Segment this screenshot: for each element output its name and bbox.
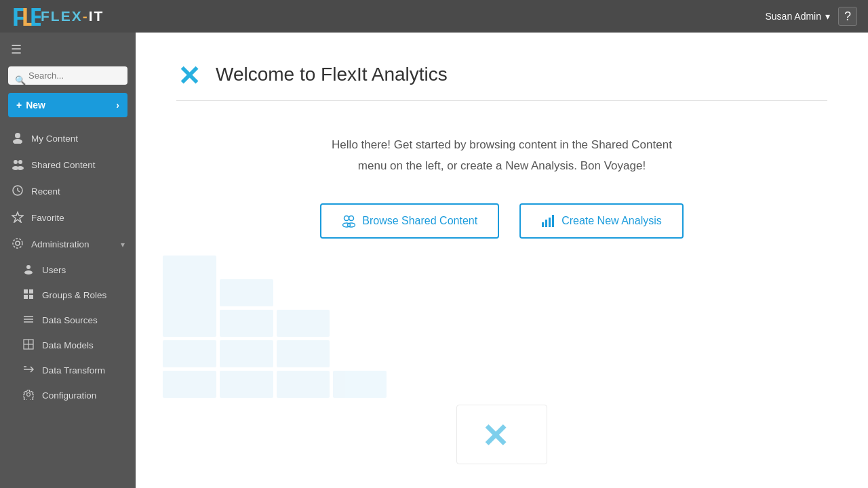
svg-point-5 — [14, 160, 18, 164]
create-new-analysis-button[interactable]: Create New Analysis — [519, 203, 684, 239]
create-new-analysis-label: Create New Analysis — [561, 215, 662, 227]
svg-rect-20 — [29, 295, 33, 299]
svg-point-31 — [344, 216, 349, 221]
my-content-icon — [11, 131, 24, 146]
svg-rect-17 — [24, 289, 28, 293]
svg-point-15 — [26, 265, 31, 269]
sidebar-item-data-models[interactable]: Data Models — [0, 333, 136, 358]
browse-shared-content-button[interactable]: Browse Shared Content — [320, 203, 499, 239]
favorite-icon — [11, 211, 24, 225]
data-transform-icon — [22, 364, 35, 377]
svg-point-4 — [13, 139, 22, 144]
sidebar-item-shared-content-label: Shared Content — [31, 160, 125, 170]
svg-line-11 — [18, 190, 20, 192]
center-logo-container: ✕ — [136, 405, 868, 464]
svg-point-14 — [13, 239, 22, 248]
data-models-icon — [22, 339, 35, 352]
sidebar-item-users[interactable]: Users — [0, 258, 136, 283]
browse-icon — [342, 214, 355, 228]
create-icon — [541, 214, 555, 228]
new-button-plus-icon: + — [16, 100, 22, 110]
svg-rect-38 — [552, 215, 554, 227]
user-name: Susan Admin — [766, 11, 822, 22]
groups-roles-icon — [22, 289, 35, 302]
svg-rect-18 — [29, 289, 33, 293]
svg-text:✕: ✕ — [178, 61, 201, 89]
sidebar-item-configuration-label: Configuration — [42, 390, 125, 401]
sidebar-item-configuration[interactable]: Configuration — [0, 383, 136, 408]
configuration-icon — [22, 389, 35, 402]
sidebar-item-data-sources-label: Data Sources — [42, 315, 125, 325]
user-menu[interactable]: Susan Admin ▾ — [766, 11, 831, 22]
welcome-line2: menu on the left, or create a New Analys… — [176, 156, 827, 177]
sidebar-item-administration[interactable]: Administration ▾ — [0, 231, 136, 258]
sidebar-item-users-label: Users — [42, 265, 125, 275]
svg-point-16 — [24, 270, 33, 274]
welcome-line1: Hello there! Get started by browsing con… — [176, 135, 827, 156]
watermark-area — [136, 279, 868, 398]
svg-point-3 — [15, 133, 20, 138]
sidebar-item-recent-label: Recent — [31, 186, 125, 197]
content-area: ✕ Welcome to FlexIt Analytics Hello ther… — [136, 33, 868, 488]
svg-point-6 — [18, 160, 22, 164]
svg-rect-37 — [549, 218, 551, 227]
search-container: 🔍 — [0, 66, 136, 93]
sidebar-item-my-content[interactable]: My Content — [0, 125, 136, 152]
sidebar-item-favorite[interactable]: Favorite — [0, 205, 136, 231]
welcome-title: ✕ Welcome to FlexIt Analytics — [176, 60, 827, 101]
administration-icon — [11, 237, 24, 251]
sidebar-item-data-transform-label: Data Transform — [42, 365, 125, 375]
welcome-logo-icon: ✕ — [176, 60, 206, 89]
sidebar: ☰ 🔍 + New › My Content Shared Content — [0, 33, 136, 488]
svg-marker-12 — [12, 212, 23, 222]
svg-point-34 — [348, 223, 355, 227]
browse-shared-content-label: Browse Shared Content — [362, 215, 477, 227]
center-logo-box: ✕ — [456, 405, 547, 464]
user-dropdown-icon: ▾ — [825, 11, 830, 22]
watermark-grid — [163, 279, 841, 398]
topbar-right: Susan Admin ▾ ? — [766, 7, 858, 26]
hamburger-menu[interactable]: ☰ — [0, 33, 136, 66]
svg-point-8 — [17, 166, 24, 170]
page-title: Welcome to FlexIt Analytics — [216, 64, 448, 85]
search-input[interactable] — [8, 66, 127, 85]
new-button-arrow-icon: › — [116, 100, 119, 110]
sidebar-item-data-models-label: Data Models — [42, 340, 125, 350]
sidebar-item-my-content-label: My Content — [31, 134, 125, 144]
sidebar-item-administration-label: Administration — [31, 239, 114, 249]
svg-point-13 — [16, 241, 20, 245]
svg-rect-19 — [24, 295, 28, 299]
sidebar-item-shared-content[interactable]: Shared Content — [0, 152, 136, 178]
action-buttons: Browse Shared Content Create New Analysi… — [176, 203, 827, 239]
svg-text:E: E — [30, 3, 41, 31]
svg-point-32 — [349, 216, 354, 221]
administration-chevron-icon: ▾ — [121, 240, 125, 249]
sidebar-item-data-sources[interactable]: Data Sources — [0, 308, 136, 333]
sidebar-item-groups-roles[interactable]: Groups & Roles — [0, 283, 136, 308]
main-layout: ☰ 🔍 + New › My Content Shared Content — [0, 33, 868, 488]
sidebar-item-recent[interactable]: Recent — [0, 178, 136, 205]
search-icon: 🔍 — [15, 75, 26, 85]
welcome-body: Hello there! Get started by browsing con… — [176, 115, 827, 197]
center-logo-icon: ✕ — [481, 418, 522, 451]
users-icon — [22, 264, 35, 277]
new-button[interactable]: + New › — [8, 93, 127, 117]
shared-content-icon — [11, 158, 24, 172]
new-button-label: New — [26, 100, 45, 110]
sidebar-item-data-transform[interactable]: Data Transform — [0, 358, 136, 383]
logo: F L E FLEX-IT — [11, 1, 104, 31]
svg-text:✕: ✕ — [481, 418, 509, 451]
svg-point-29 — [27, 393, 31, 396]
topbar: F L E FLEX-IT Susan Admin ▾ ? — [0, 0, 868, 33]
topbar-logo-icon: F L E — [11, 1, 41, 31]
help-button[interactable]: ? — [838, 7, 857, 26]
logo-text: FLEX-IT — [41, 8, 104, 24]
svg-rect-36 — [545, 220, 547, 227]
welcome-section: ✕ Welcome to FlexIt Analytics Hello ther… — [136, 33, 868, 279]
sidebar-item-favorite-label: Favorite — [31, 213, 125, 223]
recent-icon — [11, 184, 24, 199]
svg-rect-35 — [542, 222, 544, 227]
sidebar-item-groups-roles-label: Groups & Roles — [42, 290, 125, 300]
data-sources-icon — [22, 314, 35, 327]
